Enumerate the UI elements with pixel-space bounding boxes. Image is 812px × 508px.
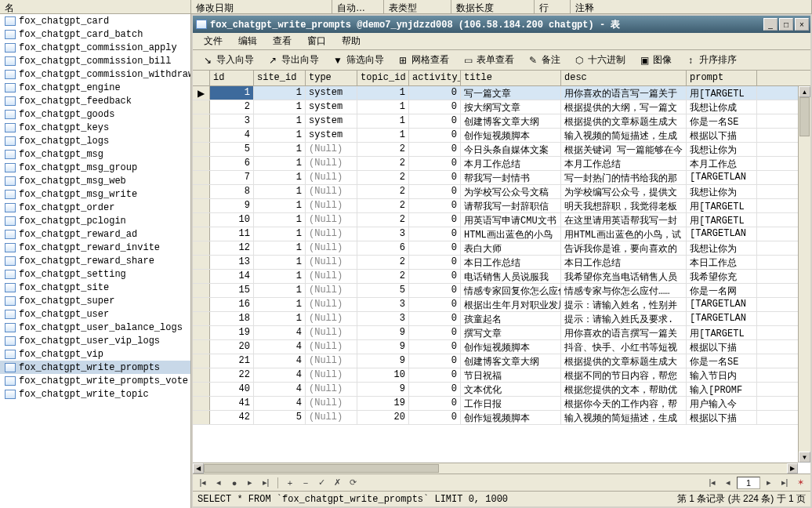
outer-col-type[interactable]: 表类型	[384, 0, 451, 13]
tool-button[interactable]: ⊞网格查看	[391, 51, 455, 69]
menu-item[interactable]: 窗口	[299, 33, 334, 49]
tool-button[interactable]: ▣图像	[633, 51, 677, 69]
scroll-thumb[interactable]	[799, 97, 810, 136]
tree-item[interactable]: fox_chatgpt_engine	[0, 81, 190, 94]
tree-item[interactable]: fox_chatgpt_reward_invite	[0, 241, 190, 254]
table-row[interactable]: ▶11system10写一篇文章用你喜欢的语言写一篇关于用[TARGETL	[193, 86, 810, 100]
table-row[interactable]: 131(Null)20本日工作总结本日工作总结本日工作总	[193, 256, 810, 270]
tree-item[interactable]: fox_chatgpt_goods	[0, 107, 190, 121]
tree-item[interactable]: fox_chatgpt_keys	[0, 121, 190, 134]
tree-item[interactable]: fox_chatgpt_user	[0, 307, 190, 321]
tree-item[interactable]: fox_chatgpt_msg_group	[0, 161, 190, 174]
nav-delete[interactable]: −	[299, 477, 313, 489]
page-first[interactable]: |◂	[705, 477, 720, 489]
outer-col-name[interactable]: 名	[0, 0, 191, 13]
vertical-scrollbar[interactable]: ▲ ▼	[798, 86, 810, 463]
window-titlebar[interactable]: fox_chatgpt_write_prompts @demo7_ynjdzzd…	[193, 16, 810, 33]
tree-item[interactable]: fox_chatgpt_msg	[0, 147, 190, 161]
table-row[interactable]: 111(Null)30HTML画出蓝色的小鸟用HTML画出蓝色的小鸟，试[TAR…	[193, 227, 810, 241]
tree-item[interactable]: fox_chatgpt_write_prompts_vote	[0, 374, 190, 387]
maximize-button[interactable]: □	[779, 18, 793, 31]
tool-button[interactable]: ▼筛选向导	[326, 51, 390, 69]
menu-item[interactable]: 文件	[196, 33, 230, 49]
table-row[interactable]: 61(Null)20本月工作总结本月工作总结本月工作总	[193, 157, 810, 171]
nav-prev[interactable]: ◂	[212, 477, 226, 489]
tool-button[interactable]: ↕升序排序	[679, 51, 742, 69]
scroll-left-arrow[interactable]: ◀	[193, 463, 204, 474]
tree-item[interactable]: fox_chatgpt_vip	[0, 347, 190, 361]
tree-item[interactable]: fox_chatgpt_setting	[0, 267, 190, 281]
tree-item[interactable]: fox_chatgpt_commission_bill	[0, 54, 190, 67]
tree-item[interactable]: fox_chatgpt_card	[0, 14, 190, 27]
tree-item[interactable]: fox_chatgpt_card_batch	[0, 27, 190, 41]
tool-button[interactable]: ⬡十六进制	[567, 51, 631, 69]
tool-button[interactable]: ✎备注	[521, 51, 566, 69]
outer-col-date[interactable]: 修改日期	[191, 0, 332, 13]
table-row[interactable]: 71(Null)20帮我写一封情书写一封热门的情书给我的那[TARGETLAN	[193, 171, 810, 185]
tree-item[interactable]: fox_chatgpt_msg_write	[0, 187, 190, 201]
outer-col-len[interactable]: 数据长度	[451, 0, 535, 13]
tree-item[interactable]: fox_chatgpt_order	[0, 201, 190, 214]
table-row[interactable]: 51(Null)20今日头条自媒体文案根据关键词 写一篇能够在今我想让你为	[193, 143, 810, 157]
scroll-h-thumb[interactable]	[204, 464, 439, 473]
col-activity-id[interactable]: activity_id	[409, 71, 461, 85]
scroll-right-arrow[interactable]: ▶	[787, 463, 798, 474]
tree-item[interactable]: fox_chatgpt_pclogin	[0, 214, 190, 227]
page-input[interactable]	[737, 477, 760, 489]
data-grid[interactable]: id site_id type topic_id activity_id tit…	[193, 71, 810, 474]
grid-body[interactable]: ▶11system10写一篇文章用你喜欢的语言写一篇关于用[TARGETL21s…	[193, 86, 810, 474]
table-row[interactable]: 21system10按大纲写文章根据提供的大纲，写一篇文我想让你成	[193, 100, 810, 114]
tree-item[interactable]: fox_chatgpt_logs	[0, 134, 190, 147]
col-desc[interactable]: desc	[561, 71, 687, 85]
nav-next[interactable]: ▸	[243, 477, 257, 489]
tree-item[interactable]: fox_chatgpt_write_prompts	[0, 361, 190, 374]
tree-item[interactable]: fox_chatgpt_site	[0, 281, 190, 294]
tool-button[interactable]: ▭表单查看	[456, 51, 520, 69]
col-prompt[interactable]: prompt	[687, 71, 757, 85]
outer-col-comment[interactable]: 注释	[571, 0, 812, 13]
close-button[interactable]: ×	[795, 18, 809, 31]
tree-item[interactable]: fox_chatgpt_reward_ad	[0, 227, 190, 241]
col-topic-id[interactable]: topic_id	[357, 71, 409, 85]
nav-stop[interactable]: ●	[227, 477, 241, 489]
minimize-button[interactable]: _	[763, 18, 778, 31]
outer-col-rows[interactable]: 行	[535, 0, 571, 13]
tree-item[interactable]: fox_chatgpt_super	[0, 294, 190, 307]
tree-item[interactable]: fox_chatgpt_commission_apply	[0, 41, 190, 54]
tree-item[interactable]: fox_chatgpt_user_vip_logs	[0, 334, 190, 347]
table-row[interactable]: 224(Null)100节日祝福根据不同的节日内容，帮您输入节日内	[193, 368, 810, 383]
table-row[interactable]: 425(Null)200创作短视频脚本输入视频的简短描述，生成根据以下描	[193, 411, 810, 425]
table-row[interactable]: 161(Null)30根据出生年月对职业发展或提示：请输入姓名，性别并[TARG…	[193, 298, 810, 312]
col-site-id[interactable]: site_id	[254, 71, 306, 85]
nav-apply[interactable]: ✓	[314, 477, 328, 489]
settings-icon[interactable]: ✶	[793, 477, 807, 489]
page-next[interactable]: ▸	[762, 477, 776, 489]
table-tree[interactable]: fox_chatgpt_cardfox_chatgpt_card_batchfo…	[0, 14, 191, 508]
col-id[interactable]: id	[210, 71, 254, 85]
table-row[interactable]: 31system10创建博客文章大纲根据提供的文章标题生成大你是一名SE	[193, 114, 810, 129]
page-prev[interactable]: ◂	[721, 477, 735, 489]
table-row[interactable]: 151(Null)50情感专家回复你怎么应付那情感专家与你怎么应付……你是一名网	[193, 284, 810, 298]
menu-item[interactable]: 编辑	[230, 33, 265, 49]
table-row[interactable]: 41system10创作短视频脚本输入视频的简短描述，生成根据以下描	[193, 129, 810, 143]
nav-cancel[interactable]: ✗	[330, 477, 344, 489]
tree-item[interactable]: fox_chatgpt_feedback	[0, 94, 190, 107]
table-row[interactable]: 121(Null)60表白大师告诉我你是谁，要向喜欢的我想让你为	[193, 241, 810, 256]
table-row[interactable]: 414(Null)190工作日报根据你今天的工作内容，帮用户输入今	[193, 397, 810, 411]
tree-item[interactable]: fox_chatgpt_reward_share	[0, 254, 190, 267]
tree-item[interactable]: fox_chatgpt_commission_withdraw	[0, 67, 190, 81]
horizontal-scrollbar[interactable]: ◀ ▶	[193, 463, 798, 474]
col-title[interactable]: title	[461, 71, 561, 85]
table-row[interactable]: 141(Null)20电话销售人员说服我我希望你充当电话销售人员我希望你充	[193, 270, 810, 284]
menu-item[interactable]: 帮助	[334, 33, 368, 49]
table-row[interactable]: 204(Null)90创作短视频脚本抖音、快手、小红书等短视根据以下描	[193, 340, 810, 354]
tool-button[interactable]: ↗导出向导	[261, 51, 324, 69]
tool-button[interactable]: ↘导入向导	[196, 51, 259, 69]
table-row[interactable]: 404(Null)90文本优化根据您提供的文本，帮助优输入[PROMF	[193, 383, 810, 397]
nav-first[interactable]: |◂	[196, 477, 210, 489]
table-row[interactable]: 81(Null)20为学校写公众号文稿为学校编写公众号，提供文我想让你为	[193, 185, 810, 199]
tree-item[interactable]: fox_chatgpt_msg_web	[0, 174, 190, 187]
table-row[interactable]: 91(Null)20请帮我写一封辞职信明天我想辞职，我觉得老板用[TARGETL	[193, 199, 810, 213]
outer-col-auto[interactable]: 自动…	[332, 0, 384, 13]
scroll-up-arrow[interactable]: ▲	[799, 86, 810, 97]
